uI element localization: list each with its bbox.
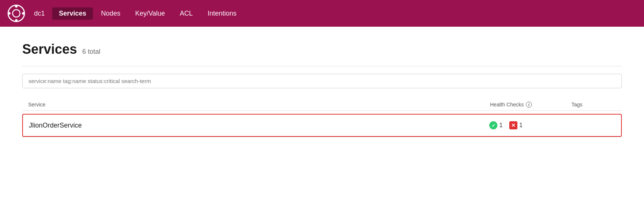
col-tags: Tags <box>571 102 616 108</box>
navbar: dc1 Services Nodes Key/Value ACL Intenti… <box>0 0 644 27</box>
svg-point-2 <box>15 5 18 8</box>
col-health-checks: Health Checks i <box>490 102 571 108</box>
row-divider <box>22 137 622 137</box>
table-row[interactable]: JlionOrderService ✓ 1 ✕ 1 <box>22 114 622 137</box>
page-total: 6 total <box>82 48 100 56</box>
health-checks-cell: ✓ 1 ✕ 1 <box>489 121 571 129</box>
svg-point-5 <box>22 12 25 15</box>
page-title-row: Services 6 total <box>22 42 622 57</box>
passing-icon: ✓ <box>489 121 497 129</box>
critical-count: 1 <box>519 122 523 129</box>
nav-item-keyvalue[interactable]: Key/Value <box>128 7 172 20</box>
svg-point-0 <box>8 5 24 22</box>
nav-item-services[interactable]: Services <box>52 7 93 20</box>
health-checks-info-icon[interactable]: i <box>526 102 532 108</box>
table-header: Service Health Checks i Tags <box>22 99 622 111</box>
main-content: Services 6 total Service Health Checks i… <box>0 27 644 152</box>
svg-point-1 <box>13 10 20 17</box>
passing-checks: ✓ 1 <box>489 121 503 129</box>
nav-item-nodes[interactable]: Nodes <box>94 7 127 20</box>
nav-item-acl[interactable]: ACL <box>173 7 199 20</box>
critical-checks: ✕ 1 <box>509 121 523 129</box>
svg-point-3 <box>15 19 18 22</box>
search-input[interactable] <box>22 74 622 88</box>
col-service: Service <box>28 102 490 108</box>
datacenter-label: dc1 <box>31 10 48 17</box>
svg-point-4 <box>8 12 11 15</box>
nav-item-intentions[interactable]: Intentions <box>201 7 243 20</box>
critical-icon: ✕ <box>509 121 517 129</box>
service-name: JlionOrderService <box>29 122 489 129</box>
passing-count: 1 <box>499 122 503 129</box>
page-title: Services <box>22 42 77 57</box>
title-divider <box>22 66 622 66</box>
consul-logo <box>7 4 25 22</box>
